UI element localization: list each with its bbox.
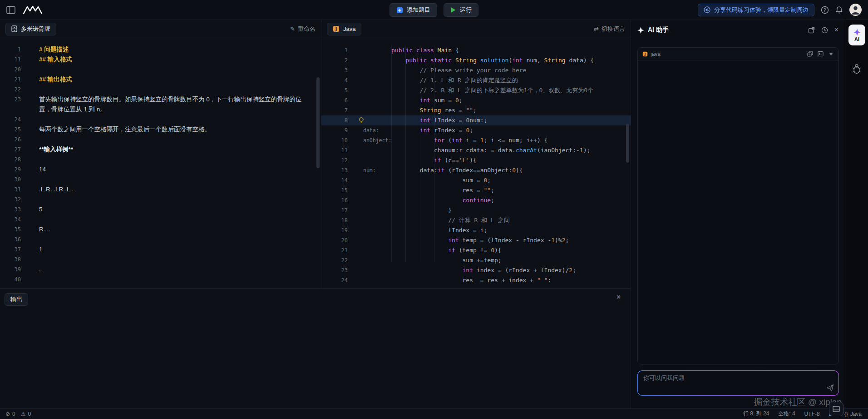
editor-code-line[interactable]: 6 int sum = 0; bbox=[321, 95, 631, 105]
help-icon[interactable]: ? bbox=[821, 6, 829, 14]
markdown-line[interactable]: 11 ## 输入格式 bbox=[0, 55, 321, 65]
add-question-button[interactable]: 添加题目 bbox=[390, 3, 437, 17]
close-icon[interactable]: × bbox=[616, 293, 621, 301]
editor-code-line[interactable]: 21 if (temp != 0){ bbox=[321, 245, 631, 255]
rename-label: 重命名 bbox=[298, 25, 316, 33]
warnings-indicator[interactable]: ⚠ 0 bbox=[21, 411, 31, 417]
editor-code-line[interactable]: 14 sum = 0; bbox=[321, 175, 631, 185]
markdown-line[interactable]: 36 bbox=[0, 234, 321, 244]
markdown-line[interactable]: 26 bbox=[0, 135, 321, 145]
editor-code-line[interactable]: 4 // 1. L 和 R 之间的肯定是竖立的 bbox=[321, 75, 631, 85]
line-number: 3 bbox=[321, 65, 348, 75]
markdown-line[interactable]: 35 R.... bbox=[0, 224, 321, 234]
editor-gutter-gap: data: bbox=[348, 125, 391, 135]
markdown-line[interactable]: 28 bbox=[0, 155, 321, 165]
send-icon[interactable] bbox=[826, 384, 834, 392]
open-in-window-icon[interactable] bbox=[808, 27, 815, 34]
promo-banner[interactable]: 分享代码练习体验，领限量定制周边 bbox=[698, 4, 814, 16]
editor-code-line[interactable]: 23 int index = (rIndex + lIndex)/2; bbox=[321, 265, 631, 275]
user-avatar[interactable] bbox=[849, 4, 862, 16]
editor-code-line[interactable]: 24 res = res + index + " ": bbox=[321, 275, 631, 285]
language-mode[interactable]: {} Java bbox=[844, 411, 862, 417]
editor-code-line[interactable]: 18 // 计算 R 和 L 之间 bbox=[321, 215, 631, 225]
domino-icon bbox=[11, 25, 17, 32]
markdown-line[interactable]: 30 bbox=[0, 175, 321, 185]
line-number: 23 bbox=[0, 95, 21, 105]
markdown-line[interactable]: 25 每两个数之间用一个空格隔开，注意最后一个数后面没有空格。 bbox=[0, 125, 321, 135]
markdown-line[interactable]: 24 bbox=[0, 115, 321, 125]
quickfix-lightbulb-icon[interactable] bbox=[359, 117, 364, 124]
editor-scrollbar[interactable] bbox=[626, 124, 629, 163]
output-title: 输出 bbox=[10, 295, 22, 304]
output-tab[interactable]: 输出 bbox=[5, 293, 28, 306]
editor-code-line[interactable]: 20 int temp = (lIndex - rIndex -1)%2; bbox=[321, 235, 631, 245]
editor-code-line[interactable]: 1 public class Main { bbox=[321, 45, 631, 55]
indentation-setting[interactable]: 空格: 4 bbox=[778, 410, 795, 418]
code-editor-panel: J Java ⇄ 切换语言 1 public class Main { 2 pu… bbox=[321, 20, 631, 288]
code-text: // 计算 R 和 L 之间 bbox=[391, 215, 631, 225]
editor-code-line[interactable]: 5 // 2. R 和 L 之间的下标之差单数为1个，0、双数、无穷为0个 bbox=[321, 85, 631, 95]
markdown-line[interactable]: 23 首先输出保持竖立的骨牌数目。如果保持竖立的骨牌数目不为 0，下一行输出保持… bbox=[0, 95, 321, 115]
editor-code-line[interactable]: 11 chanum:r cdata: = data.charAt(ianObje… bbox=[321, 145, 631, 155]
markdown-line[interactable]: 1 # 问题描述 bbox=[0, 45, 321, 55]
editor-code-line[interactable]: 15 res = ""; bbox=[321, 185, 631, 195]
notification-bell-icon[interactable] bbox=[835, 6, 843, 14]
editor-code-line[interactable]: 10 anObject: for (int i = 1; i <= num; i… bbox=[321, 135, 631, 145]
editor-code-line[interactable]: 17 } bbox=[321, 205, 631, 215]
markdown-line[interactable]: 39 . bbox=[0, 264, 321, 274]
line-number: 33 bbox=[0, 205, 21, 214]
rename-button[interactable]: ✎ 重命名 bbox=[290, 25, 316, 33]
magic-wand-icon[interactable] bbox=[828, 51, 834, 57]
language-tab-java[interactable]: J Java bbox=[327, 23, 361, 35]
editor-code-line[interactable]: 9 data: int rIndex = 0; bbox=[321, 125, 631, 135]
line-number: 29 bbox=[0, 165, 21, 175]
markdown-line[interactable]: 27 **输入样例** bbox=[0, 145, 321, 155]
markdown-line[interactable]: 34 bbox=[0, 214, 321, 224]
markdown-line[interactable]: 37 1 bbox=[0, 244, 321, 254]
cursor-position[interactable]: 行 8, 列 24 bbox=[743, 410, 769, 418]
editor-code-line[interactable]: 16 continue; bbox=[321, 195, 631, 205]
close-icon[interactable]: × bbox=[834, 26, 838, 34]
editor-code-line[interactable]: 3 // Please write your code here bbox=[321, 65, 631, 75]
editor-gutter-gap bbox=[348, 265, 391, 275]
copy-icon[interactable] bbox=[807, 51, 813, 57]
run-button[interactable]: 运行 bbox=[444, 3, 478, 17]
sidebar-toggle-icon[interactable] bbox=[6, 6, 15, 14]
inlay-hint: anObject: bbox=[363, 137, 391, 144]
editor-code-line[interactable]: 22 sum +=temp; bbox=[321, 255, 631, 265]
editor-code-line[interactable]: 19 lIndex = i; bbox=[321, 225, 631, 235]
markdown-line[interactable]: 32 bbox=[0, 195, 321, 205]
editor-code-line[interactable]: 12 if (c=='L'){ bbox=[321, 155, 631, 165]
ai-rail-button[interactable]: AI bbox=[848, 25, 865, 45]
editor-gutter-gap bbox=[348, 65, 391, 75]
history-icon[interactable] bbox=[821, 27, 828, 34]
errors-indicator[interactable]: ⊘ 0 bbox=[5, 411, 15, 417]
problem-tab[interactable]: 多米诺骨牌 bbox=[5, 23, 56, 35]
markdown-line[interactable]: 40 bbox=[0, 274, 321, 284]
line-number: 36 bbox=[0, 234, 21, 244]
editor-code-line[interactable]: 7 String res = ""; bbox=[321, 105, 631, 115]
editor-code-line[interactable]: 8 int lIndex = 0num:; bbox=[321, 115, 631, 125]
editor-code-line[interactable]: 13 num: data:if (rIndex==anObject:0){ bbox=[321, 165, 631, 175]
floating-panel-button[interactable] bbox=[829, 402, 843, 416]
markdown-line[interactable]: 33 5 bbox=[0, 205, 321, 214]
problem-scrollbar[interactable] bbox=[316, 77, 320, 168]
svg-text:J: J bbox=[644, 52, 646, 56]
markdown-line[interactable]: 22 bbox=[0, 85, 321, 95]
markdown-line[interactable]: 21 ## 输出格式 bbox=[0, 75, 321, 85]
switch-language-button[interactable]: ⇄ 切换语言 bbox=[594, 25, 625, 33]
encoding-setting[interactable]: UTF-8 bbox=[804, 411, 820, 417]
markdown-line[interactable]: 38 bbox=[0, 254, 321, 264]
line-number: 1 bbox=[0, 45, 21, 55]
editor-code-line[interactable]: 2 public static String solution(int num,… bbox=[321, 55, 631, 65]
line-number: 23 bbox=[321, 265, 348, 275]
markdown-line[interactable]: 29 14 bbox=[0, 165, 321, 175]
ai-chat-input[interactable] bbox=[643, 374, 816, 381]
markdown-line[interactable]: 20 bbox=[0, 65, 321, 75]
line-number: 22 bbox=[321, 255, 348, 265]
warning-icon: ⚠ bbox=[21, 411, 26, 417]
markdown-line[interactable]: 31 .L.R...LR..L.. bbox=[0, 185, 321, 195]
extension-icon[interactable] bbox=[852, 64, 862, 75]
insert-code-icon[interactable] bbox=[818, 51, 824, 57]
markdown-text: # 问题描述 bbox=[39, 45, 321, 55]
